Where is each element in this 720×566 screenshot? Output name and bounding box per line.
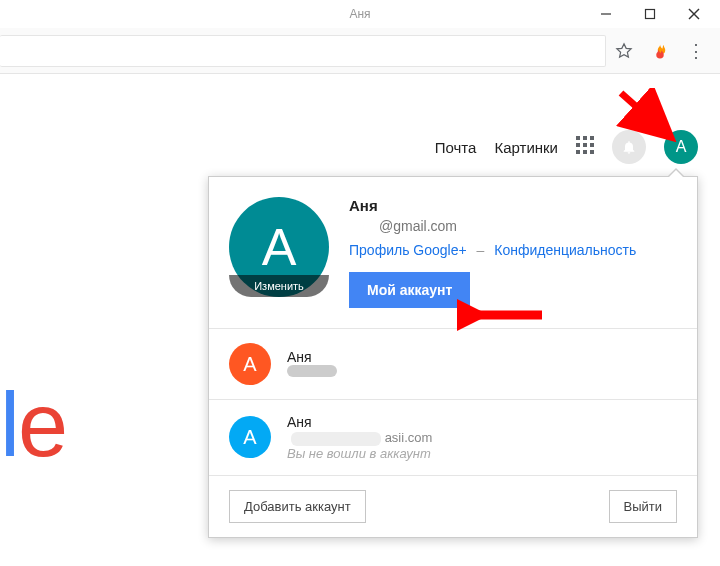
svg-rect-7 <box>576 143 580 147</box>
window-minimize-button[interactable] <box>584 0 628 28</box>
sign-out-button[interactable]: Выйти <box>609 490 678 523</box>
svg-rect-5 <box>583 136 587 140</box>
avatar-edit-label[interactable]: Изменить <box>229 275 329 297</box>
svg-rect-6 <box>590 136 594 140</box>
google-apps-button[interactable] <box>576 136 594 158</box>
svg-rect-12 <box>590 150 594 154</box>
svg-rect-4 <box>576 136 580 140</box>
window-close-button[interactable] <box>672 0 716 28</box>
other-account-row-1[interactable]: A Аня asii.com Вы не вошли в аккаунт <box>209 400 697 476</box>
flame-icon <box>651 42 669 60</box>
notifications-button[interactable] <box>612 130 646 164</box>
browser-toolbar: ⋮ <box>0 28 720 74</box>
minimize-icon <box>600 8 612 20</box>
other-account-row-0[interactable]: A Аня <box>209 329 697 400</box>
window-titlebar: Аня <box>0 0 720 28</box>
window-title: Аня <box>349 7 370 21</box>
privacy-link[interactable]: Конфиденциальность <box>494 242 636 258</box>
svg-rect-8 <box>583 143 587 147</box>
account-email: @gmail.com <box>349 218 677 234</box>
account-name: Аня <box>349 197 677 214</box>
window-maximize-button[interactable] <box>628 0 672 28</box>
account-row-avatar: A <box>229 416 271 458</box>
account-row-avatar: A <box>229 343 271 385</box>
svg-rect-1 <box>646 10 655 19</box>
account-row-note: Вы не вошли в аккаунт <box>287 446 432 461</box>
account-links: Профиль Google+ – Конфиденциальность <box>349 242 677 258</box>
page-content: Почта Картинки A le А Изменить <box>0 74 720 566</box>
maximize-icon <box>644 8 656 20</box>
account-row-email <box>287 365 337 380</box>
account-primary-section: А Изменить Аня @gmail.com Профиль Google… <box>209 177 697 329</box>
svg-rect-10 <box>576 150 580 154</box>
account-row-name: Аня <box>287 414 432 430</box>
apps-grid-icon <box>576 136 594 154</box>
account-menu-popup: А Изменить Аня @gmail.com Профиль Google… <box>208 176 698 538</box>
account-menu-footer: Добавить аккаунт Выйти <box>209 476 697 537</box>
google-logo-fragment: le <box>0 374 66 477</box>
add-account-button[interactable]: Добавить аккаунт <box>229 490 366 523</box>
google-header-nav: Почта Картинки A <box>435 130 698 164</box>
account-row-email: asii.com <box>287 430 432 446</box>
svg-line-13 <box>621 93 666 133</box>
star-icon <box>615 42 633 60</box>
images-link[interactable]: Картинки <box>494 139 558 156</box>
my-account-button[interactable]: Мой аккаунт <box>349 272 470 308</box>
browser-menu-button[interactable]: ⋮ <box>678 33 714 69</box>
bookmark-star-button[interactable] <box>606 33 642 69</box>
bell-icon <box>621 139 637 155</box>
extension-button[interactable] <box>642 33 678 69</box>
svg-rect-9 <box>590 143 594 147</box>
account-avatar-large[interactable]: А Изменить <box>229 197 329 297</box>
google-plus-profile-link[interactable]: Профиль Google+ <box>349 242 467 258</box>
avatar-letter: A <box>676 138 687 156</box>
kebab-icon: ⋮ <box>687 40 705 62</box>
mail-link[interactable]: Почта <box>435 139 477 156</box>
account-row-name: Аня <box>287 349 337 365</box>
svg-rect-11 <box>583 150 587 154</box>
address-bar[interactable] <box>0 35 606 67</box>
close-icon <box>688 8 700 20</box>
account-avatar-button[interactable]: A <box>664 130 698 164</box>
